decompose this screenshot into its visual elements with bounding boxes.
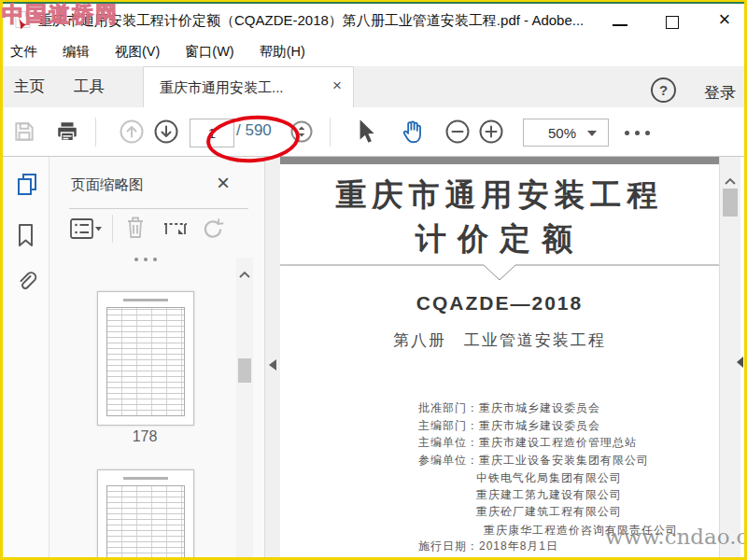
help-icon[interactable]: ? (651, 77, 676, 103)
select-tool-icon[interactable] (354, 118, 378, 149)
frame-border-top-green (0, 2, 747, 4)
save-icon[interactable] (12, 119, 36, 147)
menu-bar: 文件 编辑 视图(V) 窗口(W) 帮助(H) (3, 37, 747, 66)
doc-info-line: 主编单位：重庆市建设工程造价管理总站 (418, 435, 637, 451)
doc-title-line2: 计价定额 (280, 218, 719, 260)
panel-drag-handle[interactable] (134, 258, 157, 261)
panel-close-icon[interactable]: × (217, 170, 230, 196)
title-bar: 重庆市通用安装工程计价定额（CQAZDE-2018）第八册工业管道安装工程.pd… (3, 4, 744, 35)
panel-title: 页面缩略图 (71, 175, 144, 195)
title-divider-rule (280, 258, 719, 284)
scroll-up-icon[interactable] (725, 172, 736, 189)
doc-info-line: 主编部门：重庆市城乡建设委员会 (418, 418, 600, 434)
tab-bar: 主页 工具 重庆市通用安装工... × (3, 66, 744, 108)
minimize-button[interactable] (600, 9, 640, 34)
collapse-panel-icon[interactable] (269, 359, 276, 371)
doc-date-line: 施行日期：2018年8月1日 (418, 539, 558, 554)
print-icon[interactable] (55, 119, 79, 147)
doc-info-line: 重庆建工第九建设有限公司 (476, 487, 622, 503)
tab-document-label: 重庆市通用安装工... (160, 79, 284, 97)
panel-scrollbar[interactable] (236, 258, 253, 557)
pdf-page[interactable]: 重庆市通用安装工程 计价定额 CQAZDE—2018 第八册 工业管道安装工程 … (280, 164, 719, 557)
doc-info-line: 参编单位：重庆工业设备安装集团有限公司 (418, 453, 649, 469)
next-page-icon[interactable] (153, 119, 179, 148)
menu-view[interactable]: 视图(V) (115, 43, 160, 61)
tab-close-icon[interactable]: × (332, 77, 342, 95)
thumbnail-page-label: 178 (97, 428, 192, 445)
doc-info-line: 批准部门：重庆市城乡建设委员会 (418, 400, 600, 416)
attachments-icon[interactable] (15, 269, 37, 299)
scroll-up-icon[interactable] (239, 265, 250, 282)
acrobat-window: 重庆市通用安装工程计价定额（CQAZDE-2018）第八册工业管道安装工程.pd… (0, 0, 747, 560)
doc-info-line: 重庆砼厂建筑工程有限公司 (476, 504, 622, 520)
hand-tool-icon[interactable] (399, 118, 427, 149)
extract-pages-icon[interactable] (162, 217, 189, 244)
zoom-in-icon[interactable] (478, 119, 504, 148)
tab-tools[interactable]: 工具 (74, 66, 105, 107)
thumbnail-page-next[interactable] (97, 469, 194, 560)
panel-toolbar-divider (112, 215, 113, 243)
doc-volume: 第八册 工业管道安装工程 (280, 329, 719, 351)
login-button[interactable]: 登录 (704, 82, 736, 104)
rotate-pages-icon[interactable] (201, 216, 225, 244)
menu-window[interactable]: 窗口(W) (185, 43, 233, 61)
menu-file[interactable]: 文件 (10, 43, 37, 61)
delete-pages-icon[interactable] (124, 215, 147, 245)
doc-info-line: 重庆康华工程造价咨询有限责任公司 (484, 523, 678, 539)
page-number-input[interactable] (190, 119, 234, 147)
page-total-label: / 590 (236, 121, 272, 140)
pdf-app-icon (15, 10, 31, 33)
zoom-out-icon[interactable] (444, 119, 471, 148)
doc-code: CQAZDE—2018 (280, 292, 719, 315)
frame-border-left (0, 0, 3, 560)
page-thumbnails-icon[interactable] (15, 172, 39, 202)
tab-home[interactable]: 主页 (14, 66, 45, 107)
collapse-right-pane-icon[interactable] (737, 357, 743, 368)
window-title: 重庆市通用安装工程计价定额（CQAZDE-2018）第八册工业管道安装工程.pd… (38, 12, 584, 30)
zoom-level-dropdown[interactable]: 50% (523, 119, 609, 147)
doc-info-line: 中铁电气化局集团有限公司 (476, 470, 622, 486)
menu-edit[interactable]: 编辑 (63, 43, 90, 61)
thumbnails-panel: 页面缩略图 × 178 (49, 157, 264, 557)
menu-help[interactable]: 帮助(H) (260, 43, 305, 61)
thumbnail-options-icon[interactable] (69, 217, 103, 245)
panel-scrollbar-thumb[interactable] (238, 358, 251, 383)
more-tools-icon[interactable] (625, 131, 650, 135)
previous-page-icon[interactable] (119, 119, 145, 148)
maximize-button[interactable] (653, 9, 692, 34)
navigation-rail (3, 157, 49, 557)
close-button[interactable]: × (705, 6, 744, 34)
bookmarks-icon[interactable] (15, 222, 37, 252)
main-toolbar: / 590 50% (3, 107, 744, 157)
doc-title-line1: 重庆市通用安装工程 (280, 175, 719, 217)
document-area: 重庆市通用安装工程 计价定额 CQAZDE—2018 第八册 工业管道安装工程 … (280, 157, 719, 557)
panel-divider (69, 208, 248, 209)
zoom-level-value: 50% (548, 125, 576, 141)
chevron-down-icon (587, 131, 597, 136)
panel-splitter[interactable] (264, 157, 281, 557)
tab-document[interactable]: 重庆市通用安装工... × (143, 66, 354, 108)
page-scrubber-icon[interactable] (289, 119, 314, 147)
document-scrollbar-thumb[interactable] (723, 189, 738, 217)
thumbnail-page-178[interactable] (97, 291, 194, 426)
